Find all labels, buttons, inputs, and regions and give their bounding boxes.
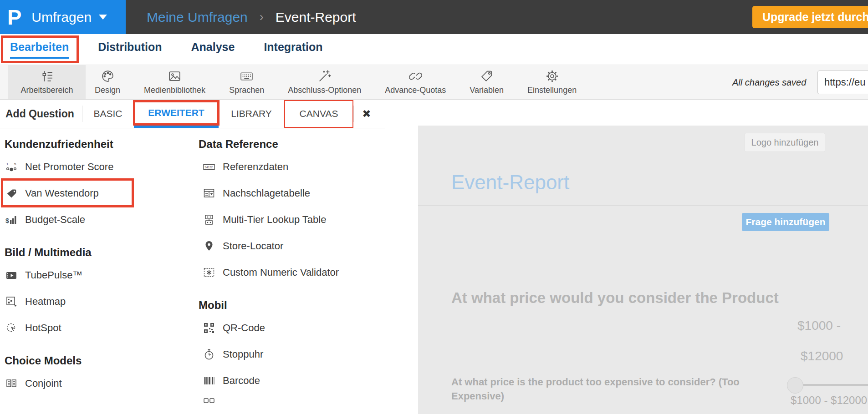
toolbar-label: Abschluss-Optionen [288,86,361,95]
question-type-numeric-validator[interactable]: Custom Numeric Validator [199,259,384,286]
sliders-icon [40,69,54,83]
svg-text:5: 5 [14,162,16,166]
toolbar-label: Design [95,86,120,95]
budget-bars-icon: $ [5,214,18,226]
nav-tab-bearbeiten[interactable]: Bearbeiten [5,34,74,65]
survey-title[interactable]: Event-Report [451,171,569,194]
toolbar-sprachen[interactable]: Sprachen [220,65,273,99]
numeric-validator-icon [202,267,216,278]
question-type-nachschlagetabelle[interactable]: Nachschlagetabelle [199,180,384,207]
svg-text:1: 1 [6,162,9,166]
question-type-hotspot[interactable]: HotSpot [5,315,196,341]
main-nav: Bearbeiten Distribution Analyse Integrat… [0,34,868,65]
tab-basic[interactable]: BASIC [82,100,133,128]
chevron-down-icon [99,15,107,20]
question-type-conjoint[interactable]: Conjoint [5,370,196,397]
preview-sub-question: At what price is the product too expensi… [451,375,795,403]
nav-tab-distribution[interactable]: Distribution [92,34,167,65]
toolbar-label: Variablen [470,86,504,95]
nav-tab-label: Integration [264,40,322,59]
question-column-2: Data Reference 94122 Referenzdaten Nachs… [199,128,384,414]
nav-tab-integration[interactable]: Integration [258,34,328,65]
question-type-label: Stoppuhr [223,348,263,360]
toolbar-variablen[interactable]: Variablen [460,65,513,99]
question-type-label: Van Westendorp [25,187,99,199]
toolbar-label: Einstellungen [527,86,577,95]
question-type-referenzdaten[interactable]: 94122 Referenzdaten [199,154,384,180]
nps-scale-icon: 15 [5,161,18,173]
question-type-van-westendorp[interactable]: Van Westendorp [5,180,196,207]
tab-erweitert[interactable]: ERWEITERT [134,100,219,128]
question-type-label: Nachschlagetabelle [223,187,310,199]
editor-toolbar: Arbeitsbereich Design Medienbibliothek S… [0,65,868,100]
svg-text:94122: 94122 [204,166,213,169]
breadcrumb: Meine Umfragen › Event-Report [147,10,356,25]
barcode-icon [202,375,216,387]
question-type-heatmap[interactable]: Heatmap [5,288,196,315]
survey-preview-card: Logo hinzufügen Event-Report Frage hinzu… [418,126,868,414]
price-slider-handle[interactable] [787,377,803,394]
qr-code-icon [202,322,216,334]
close-panel-button[interactable]: ✖ [354,100,379,128]
breadcrumb-my-surveys[interactable]: Meine Umfragen [147,10,248,25]
question-type-barcode[interactable]: Barcode [199,368,384,394]
top-bar: P Umfragen Meine Umfragen › Event-Report… [0,0,868,34]
close-icon: ✖ [362,108,371,120]
section-title: Bild / Multimedia [5,246,196,259]
conjoint-cards-icon [5,378,18,389]
survey-url-field[interactable]: https://eu [817,71,868,94]
toolbar-design[interactable]: Design [86,65,129,99]
upgrade-button[interactable]: Upgrade jetzt durchführen [752,6,868,28]
question-type-qr-code[interactable]: QR-Code [199,315,384,341]
reference-number-icon: 94122 [202,161,216,173]
question-panel-tabs: Add Question BASIC ERWEITERT LIBRARY CAN… [0,100,385,128]
toolbar-label: Medienbibliothek [144,86,205,95]
question-type-tubepulse[interactable]: TubePulse™ [5,262,196,288]
question-type-label: Multi-Tier Lookup Table [223,214,326,226]
toolbar-advance-quotas[interactable]: Advance-Quotas [376,65,455,99]
toolbar-arbeitsbereich[interactable]: Arbeitsbereich [8,65,86,99]
heatmap-icon [5,296,18,308]
question-type-label: Barcode [223,375,260,387]
question-type-store-locator[interactable]: Store-Locator [199,233,384,259]
question-type-label: Conjoint [25,378,62,389]
keyboard-icon [240,69,254,83]
survey-editor-canvas: Logo hinzufügen Event-Report Frage hinzu… [385,100,868,414]
tab-library[interactable]: LIBRARY [219,100,284,128]
section-title: Data Reference [199,137,384,151]
question-type-multi-tier-lookup[interactable]: Multi-Tier Lookup Table [199,207,384,233]
section-kundenzufriedenheit: Kundenzufriedenheit 15 Net Promoter Scor… [5,137,196,233]
toolbar-einstellungen[interactable]: Einstellungen [518,65,586,99]
section-title: Choice Models [5,354,196,368]
lookup-table-icon [202,187,216,199]
section-title: Kundenzufriedenheit [5,137,196,151]
section-choice-models: Choice Models Conjoint [5,354,196,397]
question-type-stoppuhr[interactable]: Stoppuhr [199,341,384,368]
toolbar-medienbibliothek[interactable]: Medienbibliothek [135,65,214,99]
product-switcher[interactable]: P Umfragen [0,0,126,34]
tag-icon [480,69,494,83]
questionpro-logo: P [7,5,21,30]
nav-tab-label: Analyse [191,40,235,59]
product-name: Umfragen [31,10,92,25]
tab-label: CANVAS [300,108,338,119]
preview-question-title[interactable]: At what price would you consider the Pro… [451,289,779,307]
toolbar-abschluss-optionen[interactable]: Abschluss-Optionen [279,65,370,99]
scale-max-label-line2: $12000 [801,349,843,364]
add-logo-button[interactable]: Logo hinzufügen [745,133,825,152]
price-range-label: $1000 - $12000 [791,394,867,407]
stopwatch-icon [202,348,216,360]
price-tag-icon [5,187,18,199]
question-type-cutoff[interactable] [199,394,384,414]
question-type-label: Store-Locator [223,240,283,252]
price-slider-track[interactable] [795,384,868,386]
section-mobil: Mobil QR-Code Stoppuhr [199,298,384,414]
tab-label: LIBRARY [231,108,272,119]
question-type-label: Heatmap [25,296,66,308]
question-type-nps[interactable]: 15 Net Promoter Score [5,154,196,180]
nav-tab-analyse[interactable]: Analyse [185,34,240,65]
question-type-budget-scale[interactable]: $ Budget-Scale [5,207,196,233]
tab-canvas[interactable]: CANVAS [284,100,353,128]
add-question-button[interactable]: Frage hinzufügen [742,213,829,231]
toolbar-label: Sprachen [229,86,264,95]
